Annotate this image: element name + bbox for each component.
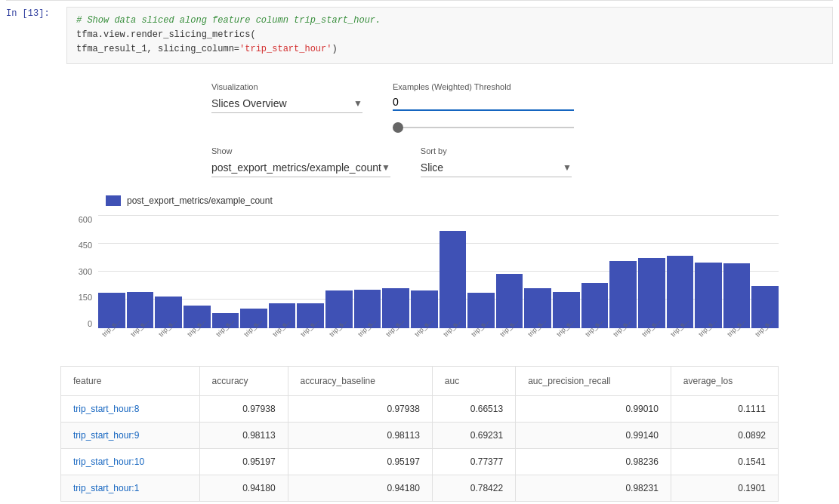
metric-cell: 0.1901 <box>671 475 778 501</box>
threshold-group: Examples (Weighted) Threshold 0 <box>393 82 574 131</box>
table-column-header: accuracy_baseline <box>288 366 432 395</box>
bar-wrap: trip_s... <box>98 293 125 351</box>
bar-wrap: trip_s... <box>269 303 296 351</box>
table-row: trip_start_hour:90.981130.981130.692310.… <box>61 422 779 448</box>
metric-cell: 0.94180 <box>199 475 288 501</box>
metric-cell: 0.98113 <box>199 422 288 448</box>
sort-group: Sort by Slice ▼ <box>421 146 572 177</box>
code-line-1: # Show data sliced along feature column … <box>76 14 823 28</box>
threshold-slider[interactable] <box>393 127 574 128</box>
feature-cell: trip_start_hour:9 <box>61 422 200 448</box>
bar <box>496 274 523 328</box>
y-axis: 6004503001500 <box>60 215 98 351</box>
bar-wrap: trip_s... <box>467 293 495 351</box>
show-label: Show <box>211 146 390 155</box>
visualization-select[interactable]: Slices Overview ▼ <box>211 94 362 113</box>
chart-wrapper: 6004503001500 trip_s...trip_s...trip_s..… <box>60 215 779 351</box>
metric-cell: 0.95197 <box>288 448 432 475</box>
metric-cell: 0.97938 <box>288 395 432 422</box>
bar-wrap: trip_s... <box>723 263 751 351</box>
table-column-header: average_los <box>671 366 778 395</box>
bar-wrap: trip_s... <box>184 306 211 351</box>
bar-wrap: trip_s... <box>240 309 267 351</box>
y-axis-label: 600 <box>79 215 92 224</box>
slider-container <box>393 120 574 131</box>
metric-cell: 0.0892 <box>671 422 778 448</box>
table-column-header: feature <box>61 366 200 395</box>
chart-area: post_export_metrics/example_count 600450… <box>30 195 809 366</box>
bar <box>667 256 694 328</box>
bar-wrap: trip_s... <box>524 288 551 351</box>
code-comment: # Show data sliced along feature column … <box>76 15 381 26</box>
table-column-header: auc_precision_recall <box>516 366 671 395</box>
metric-cell: 0.77377 <box>432 448 515 475</box>
metric-cell: 0.1541 <box>671 448 778 475</box>
table-header-row: featureaccuracyaccuracy_baselineaucauc_p… <box>61 366 779 395</box>
feature-cell: trip_start_hour:10 <box>61 448 200 475</box>
controls-row-1: Visualization Slices Overview ▼ Examples… <box>30 82 809 131</box>
visualization-group: Visualization Slices Overview ▼ <box>211 82 362 113</box>
sort-value: Slice <box>421 161 443 174</box>
metric-cell: 0.69231 <box>432 422 515 448</box>
bar <box>723 263 751 328</box>
metric-cell: 0.66513 <box>432 395 515 422</box>
bar-wrap: trip_s... <box>609 261 637 351</box>
show-select[interactable]: post_export_metrics/example_count ▼ <box>211 158 390 177</box>
bar-wrap: trip_s... <box>212 313 239 351</box>
y-axis-label: 0 <box>88 319 92 328</box>
table-column-header: auc <box>432 366 515 395</box>
code-line-2: tfma.view.render_slicing_metrics( <box>76 28 823 42</box>
table-row: trip_start_hour:10.941800.941800.784220.… <box>61 475 779 501</box>
metric-cell: 0.95197 <box>199 448 288 475</box>
bar-wrap: trip_s... <box>751 286 779 351</box>
bar <box>609 261 637 328</box>
bar-wrap: trip_s... <box>297 303 324 351</box>
code-cell: In [13]: # Show data sliced along featur… <box>6 0 833 70</box>
bar-wrap: trip_s... <box>440 231 467 351</box>
chart-legend: post_export_metrics/example_count <box>60 195 779 206</box>
visualization-value: Slices Overview <box>211 97 287 109</box>
y-axis-label: 150 <box>79 293 92 302</box>
metric-cell: 0.94180 <box>288 475 432 501</box>
sort-select[interactable]: Slice ▼ <box>421 158 572 177</box>
table-row: trip_start_hour:100.951970.951970.773770… <box>61 448 779 475</box>
legend-color-box <box>106 195 121 206</box>
code-args: tfma_result_1, slicing_column='trip_star… <box>76 44 338 54</box>
legend-text: post_export_metrics/example_count <box>127 195 273 206</box>
sort-arrow: ▼ <box>563 162 572 173</box>
metric-cell: 0.99140 <box>516 422 671 448</box>
bar-wrap: trip_s... <box>695 263 722 351</box>
metric-cell: 0.1111 <box>671 395 778 422</box>
table-body: trip_start_hour:80.979380.979380.665130.… <box>61 395 779 501</box>
bar <box>695 263 722 328</box>
threshold-label: Examples (Weighted) Threshold <box>393 82 574 91</box>
metric-cell: 0.98113 <box>288 422 432 448</box>
code-block: # Show data sliced along feature column … <box>66 7 833 64</box>
visualization-arrow: ▼ <box>353 98 362 109</box>
bar <box>638 258 665 328</box>
bar-wrap: trip_s... <box>553 292 580 351</box>
bar-wrap: trip_s... <box>325 290 353 351</box>
code-string: 'trip_start_hour' <box>239 44 332 54</box>
visualization-label: Visualization <box>211 82 362 91</box>
y-axis-label: 300 <box>79 267 92 276</box>
widget-area: Visualization Slices Overview ▼ Examples… <box>0 70 839 504</box>
bar <box>440 231 467 328</box>
bar-wrap: trip_s... <box>354 290 381 351</box>
show-value: post_export_metrics/example_count <box>211 161 381 174</box>
metric-cell: 0.98236 <box>516 448 671 475</box>
bars-container: trip_s...trip_s...trip_s...trip_s...trip… <box>98 215 779 351</box>
y-axis-label: 450 <box>79 241 92 250</box>
bar-wrap: trip_s... <box>496 274 523 351</box>
bar-wrap: trip_s... <box>581 283 609 351</box>
bar-wrap: trip_s... <box>667 256 694 351</box>
bar-wrap: trip_s... <box>411 290 438 351</box>
feature-cell: trip_start_hour:1 <box>61 475 200 501</box>
table-row: trip_start_hour:80.979380.979380.665130.… <box>61 395 779 422</box>
bar-wrap: trip_s... <box>382 288 409 351</box>
show-arrow: ▼ <box>381 162 390 173</box>
threshold-input[interactable]: 0 <box>393 94 574 111</box>
sort-label: Sort by <box>421 146 572 155</box>
metric-cell: 0.99010 <box>516 395 671 422</box>
bar-wrap: trip_s... <box>638 258 665 351</box>
